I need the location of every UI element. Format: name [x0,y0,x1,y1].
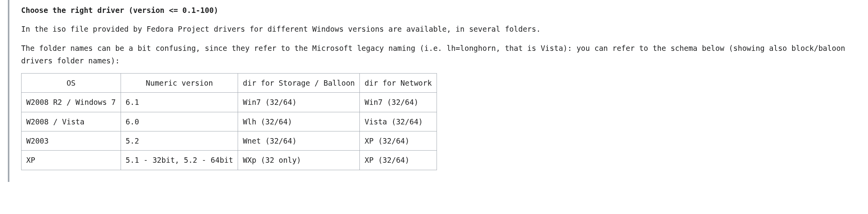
table-row: W2003 5.2 Wnet (32/64) XP (32/64) [22,131,437,151]
table-header-row: OS Numeric version dir for Storage / Bal… [22,74,437,93]
table-header-network: dir for Network [360,74,437,93]
intro-paragraph-2: The folder names can be a bit confusing,… [21,42,856,67]
cell-version: 5.1 - 32bit, 5.2 - 64bit [121,151,238,170]
table-row: XP 5.1 - 32bit, 5.2 - 64bit WXp (32 only… [22,151,437,170]
table-header-storage-balloon: dir for Storage / Balloon [238,74,360,93]
cell-version: 6.1 [121,93,238,112]
cell-version: 6.0 [121,112,238,131]
driver-mapping-table: OS Numeric version dir for Storage / Bal… [21,73,437,170]
cell-network: XP (32/64) [360,131,437,151]
cell-version: 5.2 [121,131,238,151]
cell-storage: WXp (32 only) [238,151,360,170]
cell-os: W2008 / Vista [22,112,121,131]
cell-storage: Wnet (32/64) [238,131,360,151]
section-heading: Choose the right driver (version <= 0.1-… [21,4,856,16]
cell-storage: Win7 (32/64) [238,93,360,112]
cell-network: Vista (32/64) [360,112,437,131]
cell-storage: Wlh (32/64) [238,112,360,131]
cell-network: XP (32/64) [360,151,437,170]
table-header-os: OS [22,74,121,93]
cell-os: XP [22,151,121,170]
table-header-numeric-version: Numeric version [121,74,238,93]
cell-os: W2003 [22,131,121,151]
intro-paragraph-1: In the iso file provided by Fedora Proje… [21,23,856,35]
table-row: W2008 R2 / Windows 7 6.1 Win7 (32/64) Wi… [22,93,437,112]
cell-os: W2008 R2 / Windows 7 [22,93,121,112]
table-row: W2008 / Vista 6.0 Wlh (32/64) Vista (32/… [22,112,437,131]
cell-network: Win7 (32/64) [360,93,437,112]
